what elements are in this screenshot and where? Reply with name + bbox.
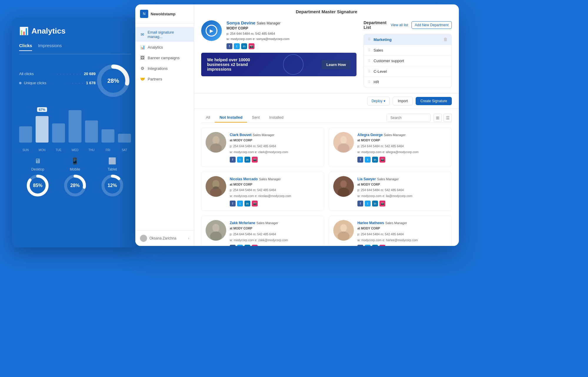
tab-sent[interactable]: Sent	[247, 113, 264, 123]
emp-email-nicolas: e: nicolas@modycorp.com	[255, 194, 291, 198]
tw-icon[interactable]: t	[365, 245, 371, 246]
desktop-label: Desktop	[31, 167, 44, 171]
analytics-sidebar-icon: 📊	[140, 45, 145, 49]
tw-icon[interactable]: t	[365, 157, 371, 163]
emp-phone-nicolas: p: 254 644 5484	[230, 188, 252, 192]
tab-installed[interactable]: Installed	[264, 113, 288, 123]
create-signature-button[interactable]: Create Signature	[416, 97, 452, 105]
banner-text: We helped over 10000 businesses x2 brand…	[207, 57, 251, 72]
ig-icon[interactable]: 📷	[379, 201, 385, 206]
svg-point-22	[212, 224, 219, 232]
sidebar-item-analytics[interactable]: 📊 Analytics	[135, 42, 194, 52]
list-view-icon[interactable]: ☰	[444, 114, 452, 122]
ig-icon[interactable]: 📷	[379, 157, 385, 163]
fb-icon[interactable]: f	[357, 245, 363, 246]
sidebar-item-banner[interactable]: 🖼 Banner campaigns	[135, 52, 194, 63]
li-icon[interactable]: in	[372, 157, 378, 163]
bar-tue-bar	[52, 123, 65, 143]
tab-clicks[interactable]: Clicks	[19, 43, 32, 51]
main-content: Department Master Signature ▶ Sonya Devi…	[194, 4, 459, 246]
search-input[interactable]	[387, 114, 431, 122]
sidebar-item-email-label: Email signature manag...	[148, 30, 189, 39]
bar-thu-bar	[85, 120, 98, 143]
label-thu: THU	[85, 148, 98, 152]
dept-support-label: Customer support	[374, 59, 404, 63]
emp-social-allegra: f t in 📷	[357, 157, 419, 163]
dept-item-marketing[interactable]: ⠿ Marketing 🗑	[364, 34, 452, 45]
device-mobile: 📱 Mobile 28%	[63, 157, 87, 197]
li-icon[interactable]: in	[244, 245, 250, 246]
fb-icon[interactable]: f	[230, 245, 236, 246]
facebook-icon[interactable]: f	[226, 43, 232, 49]
sig-email: e: sonya@modycorp.com	[253, 37, 289, 41]
emp-web-harlee: w: modycorp.com	[357, 238, 382, 242]
sidebar-item-integrations[interactable]: ⚙ Integrations	[135, 63, 194, 74]
import-button[interactable]: Import	[393, 97, 413, 105]
tw-icon[interactable]: t	[365, 201, 371, 206]
dept-marketing-label: Marketing	[374, 37, 392, 42]
fb-icon[interactable]: f	[230, 157, 236, 163]
delete-icon[interactable]: 🗑	[443, 37, 447, 42]
li-icon[interactable]: in	[372, 245, 378, 246]
deploy-label: Deploy	[372, 99, 382, 103]
ig-icon[interactable]: 📷	[252, 201, 258, 206]
all-clicks-stat: All clicks · · · · · · · · 20 689	[19, 72, 96, 76]
employee-tabs: All Not Installed Sent Installed ⊞ ☰	[201, 109, 452, 123]
deploy-button[interactable]: Deploy ▾	[367, 97, 390, 105]
emp-company-harlee: at MODY CORP	[357, 226, 380, 230]
bar-tooltip: 67%	[37, 107, 47, 112]
li-icon[interactable]: in	[244, 201, 250, 206]
emp-mobile-clark: m: 542 485 6464	[253, 144, 276, 148]
dept-item-customer-support[interactable]: ⠿ Customer support	[364, 56, 452, 66]
dept-item-sales[interactable]: ⠿ Sales	[364, 45, 452, 56]
emp-web-clark: w: modycorp.com	[230, 150, 254, 154]
fb-icon[interactable]: f	[357, 157, 363, 163]
emp-title-allegra: Sales Manager	[384, 133, 406, 137]
tab-not-installed[interactable]: Not Installed	[215, 113, 247, 123]
label-sun: SUN	[19, 148, 32, 152]
employees-section: All Not Installed Sent Installed ⊞ ☰	[194, 109, 459, 246]
sidebar-item-email[interactable]: ✉ Email signature manag...	[135, 27, 194, 42]
grid-view-icon[interactable]: ⊞	[434, 114, 442, 122]
sidebar-item-integrations-label: Integrations	[148, 66, 168, 71]
ig-icon[interactable]: 📷	[379, 245, 385, 246]
drag-icon: ⠿	[368, 59, 371, 63]
li-icon[interactable]: in	[244, 157, 250, 163]
tab-all[interactable]: All	[201, 113, 215, 123]
tab-impressions[interactable]: Impressions	[38, 43, 62, 51]
linkedin-icon[interactable]: in	[241, 43, 247, 49]
instagram-icon[interactable]: 📷	[249, 43, 254, 49]
banner-cta[interactable]: Learn How	[322, 60, 351, 69]
emp-info-zakk: Zakk McfarlaneSales Manager at MODY CORP…	[230, 220, 288, 246]
tw-icon[interactable]: t	[237, 201, 243, 206]
add-department-button[interactable]: Add New Department	[412, 21, 452, 29]
tw-icon[interactable]: t	[237, 157, 243, 163]
ig-icon[interactable]: 📷	[252, 157, 258, 163]
li-icon[interactable]: in	[372, 201, 378, 206]
tablet-icon: ⬜	[108, 157, 116, 165]
ig-icon[interactable]: 📷	[252, 245, 258, 246]
fb-icon[interactable]: f	[357, 201, 363, 206]
sidebar-item-partners[interactable]: 🤝 Partners	[135, 74, 194, 84]
sidebar-footer[interactable]: Oksana Zarichna ›	[135, 230, 194, 246]
emp-photo-lia	[333, 176, 354, 197]
fb-icon[interactable]: f	[230, 201, 236, 206]
sig-social-icons: f t in 📷	[226, 43, 289, 49]
tablet-pct: 12%	[108, 183, 117, 188]
emp-social-nicolas: f t in 📷	[230, 201, 291, 206]
dept-item-hr[interactable]: ⠿ HR	[364, 77, 452, 87]
unique-clicks-stat: Unique clicks · · · · 1 678	[19, 81, 96, 85]
tw-icon[interactable]: t	[237, 245, 243, 246]
chevron-down-icon: ▾	[384, 99, 385, 103]
emp-phone-clark: p: 254 644 5484	[230, 144, 252, 148]
emp-mobile-zakk: m: 542 485 6464	[253, 232, 276, 236]
emp-info-harlee: Harlee MathewsSales Manager at MODY CORP…	[357, 220, 418, 246]
tablet-donut: 12%	[101, 174, 124, 197]
analytics-tabs: Clicks Impressions	[19, 43, 131, 54]
dept-item-clevel[interactable]: ⠿ C-Level	[364, 66, 452, 77]
twitter-icon[interactable]: t	[234, 43, 240, 49]
emp-name-clark: Clark Bouvet	[230, 133, 251, 137]
emp-title-lia: Sales Manager	[377, 177, 399, 181]
emp-phone-allegra: p: 254 644 5484	[357, 144, 380, 148]
dept-view-all-btn[interactable]: View all list	[391, 23, 408, 27]
